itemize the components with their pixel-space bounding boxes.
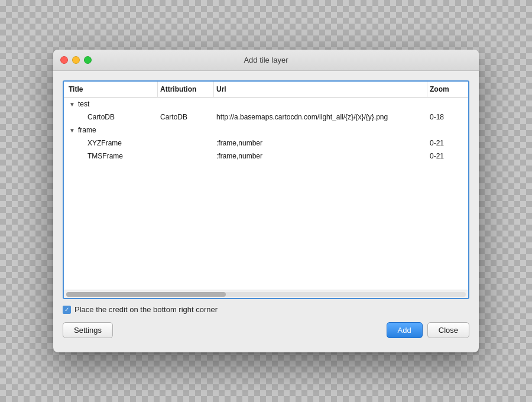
maximize-window-button[interactable] (84, 56, 92, 64)
cell-url: :frame,number (214, 137, 427, 150)
group-row-test[interactable]: ▼ test (64, 98, 468, 111)
close-window-button[interactable] (60, 56, 68, 64)
checkmark-icon: ✓ (64, 307, 69, 313)
tile-layer-table[interactable]: Title Attribution Url Zoom ▼ test CartoD… (63, 80, 469, 299)
window-content: Title Attribution Url Zoom ▼ test CartoD… (53, 71, 479, 352)
close-button[interactable]: Close (427, 322, 469, 338)
traffic-lights (60, 56, 92, 64)
col-url: Url (214, 82, 427, 97)
group-label-frame: frame (78, 126, 96, 134)
cell-url: :frame,number (214, 150, 427, 163)
table-row[interactable]: TMSFrame :frame,number 0-21 (64, 150, 468, 163)
table-body: ▼ test CartoDB CartoDB http://a.basemaps… (64, 98, 468, 163)
cell-zoom: 0-21 (427, 150, 466, 163)
scrollbar-thumb[interactable] (66, 292, 226, 297)
horizontal-scrollbar[interactable] (64, 290, 468, 298)
table-row[interactable]: CartoDB CartoDB http://a.basemaps.cartoc… (64, 111, 468, 124)
settings-button[interactable]: Settings (63, 322, 113, 338)
group-row-frame[interactable]: ▼ frame (64, 124, 468, 137)
col-attribution: Attribution (158, 82, 214, 97)
main-window: Add tile layer Title Attribution Url Zoo… (53, 50, 479, 352)
table-scroll-area: Title Attribution Url Zoom ▼ test CartoD… (64, 82, 468, 290)
right-buttons: Add Close (387, 322, 469, 338)
col-title: Title (66, 82, 158, 97)
titlebar: Add tile layer (53, 50, 479, 71)
cell-zoom: 0-21 (427, 137, 466, 150)
scrollbar-track (66, 292, 466, 297)
credit-checkbox-label: Place the credit on the bottom right cor… (74, 305, 218, 314)
minimize-window-button[interactable] (72, 56, 80, 64)
expand-arrow-frame: ▼ (69, 127, 76, 134)
table-header: Title Attribution Url Zoom (64, 82, 468, 98)
cell-attribution (158, 137, 214, 150)
window-title: Add tile layer (244, 56, 288, 64)
cell-zoom: 0-18 (427, 111, 466, 124)
cell-attribution: CartoDB (158, 111, 214, 124)
cell-title: TMSFrame (66, 150, 158, 163)
button-row: Settings Add Close (63, 322, 469, 343)
table-row[interactable]: XYZFrame :frame,number 0-21 (64, 137, 468, 150)
cell-attribution (158, 150, 214, 163)
cell-title: CartoDB (66, 111, 158, 124)
cell-url: http://a.basemaps.cartocdn.com/light_all… (214, 111, 427, 124)
group-label-test: test (78, 100, 89, 108)
credit-checkbox[interactable]: ✓ (63, 306, 71, 314)
cell-title: XYZFrame (66, 137, 158, 150)
expand-arrow-test: ▼ (69, 100, 76, 108)
checkbox-row: ✓ Place the credit on the bottom right c… (63, 305, 469, 314)
add-button[interactable]: Add (387, 322, 423, 338)
col-zoom: Zoom (427, 82, 466, 97)
